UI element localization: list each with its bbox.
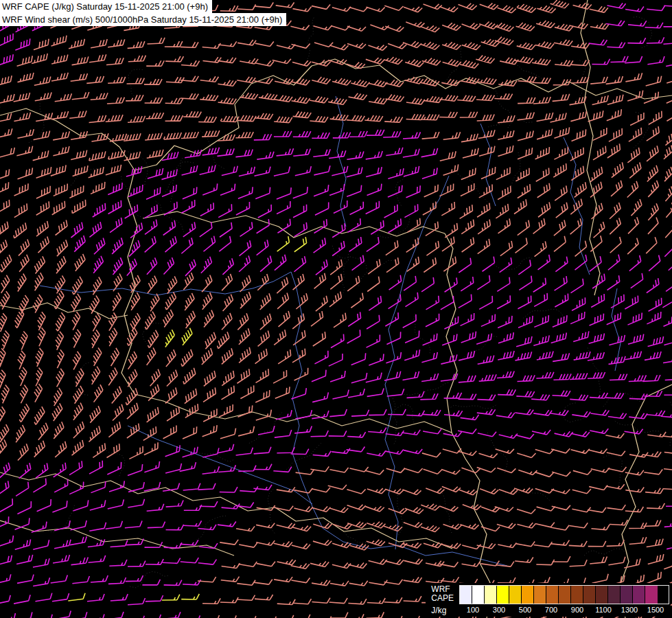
wind-barb — [402, 293, 420, 307]
wind-barb — [568, 166, 586, 181]
wind-barb — [141, 220, 159, 235]
wind-barb — [533, 147, 551, 159]
wind-barb — [496, 444, 514, 454]
wind-barb — [0, 128, 14, 138]
wind-barb — [364, 315, 382, 329]
wind-barb — [222, 561, 240, 569]
wind-barb — [274, 430, 292, 437]
wind-barb — [146, 168, 165, 179]
wind-barb — [569, 520, 588, 529]
wind-barb — [570, 373, 588, 379]
wind-barb — [330, 613, 348, 618]
wind-barb — [420, 352, 439, 363]
wind-barb — [198, 203, 216, 216]
wind-barb — [662, 354, 672, 363]
wind-barb — [294, 503, 312, 512]
wind-barb — [32, 150, 50, 160]
wind-barb — [89, 500, 107, 510]
wind-barb — [50, 55, 69, 64]
wind-barb — [531, 393, 550, 400]
wind-barb — [664, 483, 672, 490]
wind-barb — [607, 41, 625, 47]
wind-barb — [498, 3, 516, 14]
wind-barb — [274, 538, 292, 547]
wind-barb — [312, 149, 331, 157]
wind-barb — [553, 257, 570, 272]
wind-barb — [35, 615, 54, 618]
wind-barb — [16, 404, 31, 422]
wind-barbs — [0, 0, 672, 618]
wind-barb — [403, 132, 421, 139]
wind-barb — [422, 56, 441, 66]
wind-barb — [238, 385, 257, 398]
wind-barb — [535, 255, 553, 270]
wind-barb — [404, 445, 422, 455]
wind-barb — [70, 73, 89, 81]
wind-barb — [405, 57, 424, 67]
wind-barb — [369, 577, 387, 585]
wind-barb — [0, 463, 12, 479]
wind-barb — [441, 78, 460, 87]
wind-barb — [200, 236, 217, 252]
wind-barb — [347, 202, 366, 215]
wind-barb — [178, 238, 195, 253]
wind-barb — [571, 428, 590, 437]
wind-barb — [477, 540, 496, 549]
wind-barb — [607, 181, 625, 196]
wind-barb — [625, 4, 644, 12]
wind-barb — [165, 500, 183, 507]
wind-barb — [531, 241, 548, 256]
wind-barb — [218, 184, 237, 196]
wind-barb — [438, 296, 456, 310]
wind-barb — [495, 218, 513, 233]
wind-barb — [550, 408, 568, 416]
wind-barb — [475, 220, 493, 234]
wind-barb — [551, 538, 570, 546]
wind-barb — [290, 388, 308, 399]
wind-barb — [645, 539, 664, 547]
wind-barb — [588, 372, 605, 378]
wind-barb — [569, 560, 587, 566]
wind-barb — [400, 314, 419, 328]
wind-barb — [108, 481, 126, 492]
wind-barb — [49, 165, 67, 176]
wind-barb — [404, 257, 421, 272]
wind-barb — [331, 313, 349, 328]
wind-barb — [15, 56, 34, 66]
wind-barb — [126, 95, 143, 101]
wind-barb — [516, 276, 534, 290]
wind-barb — [349, 131, 367, 137]
wind-barb — [179, 200, 198, 213]
wind-barb — [235, 448, 254, 455]
wind-barb — [35, 113, 54, 121]
wind-barb — [442, 39, 461, 50]
wind-barb — [664, 0, 672, 7]
wind-barb — [13, 273, 27, 291]
wind-barb — [86, 614, 105, 618]
wind-barb — [517, 504, 535, 514]
wind-barb — [86, 76, 104, 83]
wind-barb — [623, 295, 641, 309]
wind-barb — [517, 448, 535, 458]
wind-barb — [551, 444, 570, 454]
wind-barb — [0, 499, 15, 512]
wind-barb — [292, 540, 310, 549]
wind-barb — [291, 237, 309, 252]
wind-barb — [275, 187, 293, 199]
wind-barb — [161, 330, 176, 347]
wind-barb — [181, 594, 199, 599]
wind-barb — [31, 367, 44, 386]
wind-barb — [179, 273, 195, 290]
wind-barb — [106, 499, 125, 509]
wind-barb — [165, 115, 183, 121]
wind-barb — [422, 448, 441, 458]
wind-barb — [109, 560, 127, 566]
wind-barb — [535, 113, 554, 122]
wind-barb — [426, 558, 444, 566]
wind-barb — [277, 520, 295, 529]
wind-barb — [313, 536, 332, 546]
wind-barb — [32, 558, 50, 567]
wind-barb — [147, 38, 165, 44]
wind-barb — [89, 277, 103, 295]
wind-barb — [220, 537, 238, 545]
